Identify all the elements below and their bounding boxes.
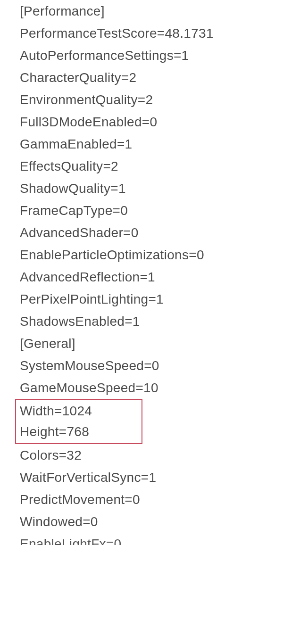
config-line: GameMouseSpeed=10 <box>20 377 283 399</box>
config-line: Windowed=0 <box>20 511 283 533</box>
config-line: FrameCapType=0 <box>20 199 283 222</box>
config-line: AdvancedReflection=1 <box>20 266 283 288</box>
config-line-highlighted: Width=1024 <box>20 401 142 421</box>
config-line: GammaEnabled=1 <box>20 133 283 155</box>
config-line: AdvancedShader=0 <box>20 222 283 244</box>
config-line: SystemMouseSpeed=0 <box>20 355 283 377</box>
config-line: EnvironmentQuality=2 <box>20 89 283 111</box>
config-line: WaitForVerticalSync=1 <box>20 466 283 488</box>
config-line: EnableParticleOptimizations=0 <box>20 244 283 266</box>
config-line-partial: EnableLightFx=0 <box>20 533 283 545</box>
config-line-highlighted: Height=768 <box>20 421 142 442</box>
config-file-content: [Performance] PerformanceTestScore=48.17… <box>0 0 283 545</box>
config-line: ShadowQuality=1 <box>20 177 283 199</box>
config-line: PerformanceTestScore=48.1731 <box>20 22 283 44</box>
config-line: Full3DModeEnabled=0 <box>20 111 283 133</box>
config-line: CharacterQuality=2 <box>20 66 283 89</box>
highlight-annotation: Width=1024 Height=768 <box>15 399 142 444</box>
config-line: ShadowsEnabled=1 <box>20 310 283 332</box>
config-line: Colors=32 <box>20 444 283 466</box>
config-line: AutoPerformanceSettings=1 <box>20 44 283 66</box>
config-line: [Performance] <box>20 0 283 22</box>
config-line: PredictMovement=0 <box>20 488 283 511</box>
config-line: PerPixelPointLighting=1 <box>20 288 283 310</box>
config-line: [General] <box>20 332 283 355</box>
config-line: EffectsQuality=2 <box>20 155 283 177</box>
